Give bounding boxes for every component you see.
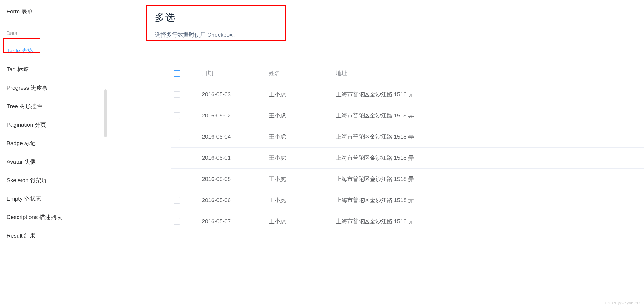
row-checkbox[interactable] <box>174 176 180 182</box>
cell-date: 2016-05-01 <box>199 148 266 169</box>
cell-address: 上海市普陀区金沙江路 1518 弄 <box>333 84 644 105</box>
cell-date: 2016-05-02 <box>199 105 266 126</box>
cell-address: 上海市普陀区金沙江路 1518 弄 <box>333 211 644 232</box>
data-table: 日期 姓名 地址 2016-05-03 王小虎 上海市普陀区金沙江路 1518 … <box>171 63 644 232</box>
sidebar-item-tree[interactable]: Tree 树形控件 <box>6 97 107 116</box>
page-subtitle: 选择多行数据时使用 Checkbox。 <box>155 31 280 39</box>
sidebar-item-result[interactable]: Result 结果 <box>6 227 107 245</box>
cell-date: 2016-05-03 <box>199 84 266 105</box>
cell-date: 2016-05-08 <box>199 169 266 190</box>
row-checkbox[interactable] <box>174 218 180 225</box>
table-container: 日期 姓名 地址 2016-05-03 王小虎 上海市普陀区金沙江路 1518 … <box>155 51 644 232</box>
table-row: 2016-05-04 王小虎 上海市普陀区金沙江路 1518 弄 <box>171 126 644 148</box>
table-row: 2016-05-01 王小虎 上海市普陀区金沙江路 1518 弄 <box>171 148 644 169</box>
table-header-row: 日期 姓名 地址 <box>171 63 644 84</box>
cell-date: 2016-05-06 <box>199 190 266 211</box>
cell-name: 王小虎 <box>266 148 333 169</box>
cell-address: 上海市普陀区金沙江路 1518 弄 <box>333 190 644 211</box>
row-checkbox[interactable] <box>174 197 180 204</box>
watermark: CSDN @wdyan297 <box>605 301 640 305</box>
table-row: 2016-05-03 王小虎 上海市普陀区金沙江路 1518 弄 <box>171 84 644 105</box>
row-checkbox[interactable] <box>174 155 180 161</box>
table-row: 2016-05-07 王小虎 上海市普陀区金沙江路 1518 弄 <box>171 211 644 232</box>
table-row: 2016-05-08 王小虎 上海市普陀区金沙江路 1518 弄 <box>171 169 644 190</box>
sidebar: Form 表单 Data Table 表格 Tag 标签 Progress 进度… <box>0 0 107 307</box>
cell-address: 上海市普陀区金沙江路 1518 弄 <box>333 148 644 169</box>
column-header-name: 姓名 <box>266 63 333 84</box>
cell-address: 上海市普陀区金沙江路 1518 弄 <box>333 126 644 148</box>
cell-name: 王小虎 <box>266 126 333 148</box>
select-all-checkbox[interactable] <box>174 70 180 77</box>
sidebar-item-pagination[interactable]: Pagination 分页 <box>6 116 107 134</box>
sidebar-item-form[interactable]: Form 表单 <box>6 2 107 21</box>
sidebar-item-table[interactable]: Table 表格 <box>6 42 107 60</box>
cell-name: 王小虎 <box>266 211 333 232</box>
cell-address: 上海市普陀区金沙江路 1518 弄 <box>333 169 644 190</box>
cell-name: 王小虎 <box>266 169 333 190</box>
page-title: 多选 <box>155 11 280 24</box>
sidebar-item-progress[interactable]: Progress 进度条 <box>6 79 107 97</box>
sidebar-item-avatar[interactable]: Avatar 头像 <box>6 153 107 171</box>
cell-name: 王小虎 <box>266 105 333 126</box>
row-checkbox[interactable] <box>174 134 180 140</box>
sidebar-item-badge[interactable]: Badge 标记 <box>6 134 107 153</box>
column-header-address: 地址 <box>333 63 644 84</box>
table-row: 2016-05-02 王小虎 上海市普陀区金沙江路 1518 弄 <box>171 105 644 126</box>
row-checkbox[interactable] <box>174 91 180 98</box>
cell-address: 上海市普陀区金沙江路 1518 弄 <box>333 105 644 126</box>
cell-date: 2016-05-04 <box>199 126 266 148</box>
sidebar-item-tag[interactable]: Tag 标签 <box>6 60 107 79</box>
table-row: 2016-05-06 王小虎 上海市普陀区金沙江路 1518 弄 <box>171 190 644 211</box>
title-block: 多选 选择多行数据时使用 Checkbox。 <box>155 5 286 48</box>
main-content: 多选 选择多行数据时使用 Checkbox。 日期 姓名 地址 2016-05-… <box>107 0 644 307</box>
column-header-date: 日期 <box>199 63 266 84</box>
sidebar-item-skeleton[interactable]: Skeleton 骨架屏 <box>6 171 107 190</box>
sidebar-item-empty[interactable]: Empty 空状态 <box>6 190 107 208</box>
cell-name: 王小虎 <box>266 190 333 211</box>
cell-date: 2016-05-07 <box>199 211 266 232</box>
cell-name: 王小虎 <box>266 84 333 105</box>
sidebar-section-data: Data <box>6 21 107 42</box>
sidebar-item-descriptions[interactable]: Descriptions 描述列表 <box>6 208 107 227</box>
sidebar-scrollbar[interactable] <box>104 89 107 137</box>
row-checkbox[interactable] <box>174 112 180 119</box>
